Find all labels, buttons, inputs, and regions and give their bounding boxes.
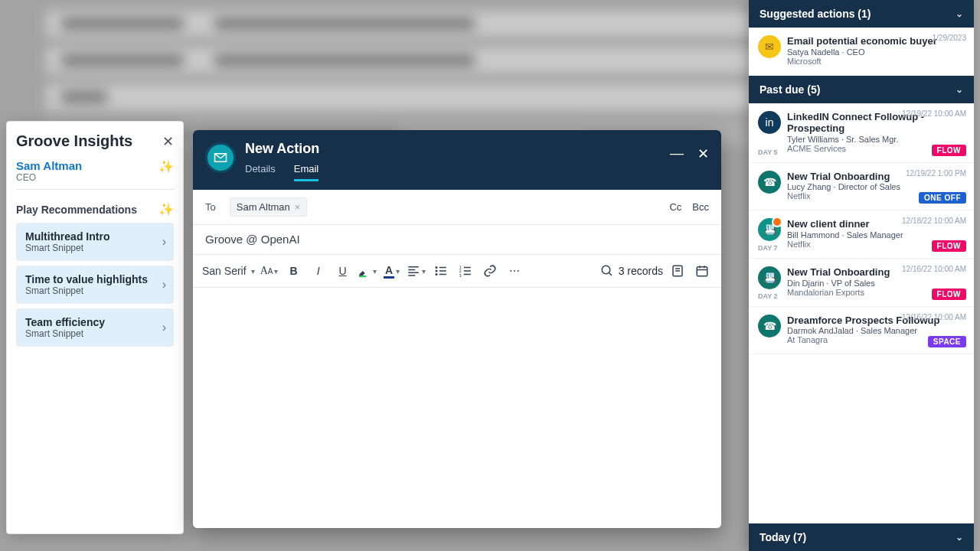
action-date: 12/19/22 1:00 PM (906, 169, 966, 178)
svg-point-3 (435, 273, 437, 276)
editor-toolbar: San Serif▾ AA▾ B I U ▾ A▾ ▾ 123 ⋯ 3 reco… (193, 255, 721, 288)
past-due-item[interactable]: ☎Dreamforce Prospects FollowupDarmok And… (749, 307, 974, 355)
subject-input[interactable] (205, 233, 709, 246)
chevron-down-icon: ▾ (274, 267, 278, 276)
to-label: To (205, 201, 216, 213)
action-company: At Tanagra (787, 335, 939, 344)
tab-email[interactable]: Email (294, 163, 319, 181)
align-left-icon (407, 264, 420, 278)
play-title: Team efficiency (25, 316, 165, 328)
font-size-button[interactable]: AA▾ (260, 261, 279, 281)
recipient-chip[interactable]: Sam Altman × (230, 197, 308, 217)
font-family-picker[interactable]: San Serif▾ (202, 261, 255, 281)
action-title: New Trial Onboarding (787, 266, 890, 279)
bullet-list-button[interactable] (431, 261, 451, 281)
action-day: DAY 5 (758, 148, 778, 156)
link-button[interactable] (480, 261, 500, 281)
bold-button[interactable]: B (284, 261, 304, 281)
more-formatting-button[interactable]: ⋯ (505, 261, 524, 281)
align-button[interactable]: ▾ (407, 261, 426, 281)
action-tag: FLOW (932, 240, 966, 252)
action-type-icon: ☎ (758, 315, 781, 337)
calendar-button[interactable] (692, 261, 712, 281)
chevron-right-icon: › (162, 235, 166, 249)
action-company: Netflix (787, 191, 900, 201)
action-person: Tyler Williams · Sr. Sales Mgr. (787, 135, 965, 144)
past-due-header[interactable]: Past due (5) ⌄ (749, 76, 974, 103)
numbered-list-button[interactable]: 123 (456, 261, 475, 281)
insights-title: Groove Insights (16, 132, 132, 150)
insights-close-button[interactable]: ✕ (162, 133, 174, 150)
past-due-item[interactable]: inLinkedIN Connect Followup - Prospectin… (749, 103, 974, 163)
text-color-button[interactable]: A▾ (382, 261, 402, 281)
mail-icon: ✉ (758, 35, 781, 58)
today-header[interactable]: Today (7) ⌄ (749, 523, 974, 551)
compose-close-button[interactable]: ✕ (697, 145, 709, 162)
action-tag: FLOW (932, 145, 966, 156)
suggested-actions-header[interactable]: Suggested actions (1) ⌄ (749, 0, 974, 28)
action-date: 12/19/22 10:00 AM (902, 109, 966, 118)
chevron-down-icon: ▾ (422, 267, 426, 276)
compose-header: New Action Details Email — ✕ (193, 130, 721, 190)
cc-button[interactable]: Cc (669, 201, 681, 213)
bcc-button[interactable]: Bcc (692, 201, 709, 213)
action-type-icon: ☎ (758, 171, 781, 194)
action-date: 12/16/22 10:00 AM (902, 265, 966, 273)
action-company: Mandalorian Exports (787, 288, 890, 297)
chevron-down-icon: ▾ (251, 267, 255, 276)
close-icon: ✕ (697, 146, 709, 161)
email-body-editor[interactable] (193, 288, 721, 528)
actions-sidebar: Suggested actions (1) ⌄ ✉ Email potentia… (749, 0, 974, 551)
mail-icon (214, 151, 227, 165)
svg-rect-9 (697, 267, 707, 276)
past-due-item[interactable]: 📇New Trial OnboardingDin Djarin · VP of … (749, 259, 974, 307)
svg-point-2 (435, 270, 437, 272)
compose-window: New Action Details Email — ✕ To Sam Altm… (193, 130, 721, 528)
chevron-down-icon: ▾ (396, 267, 400, 276)
action-company: Netflix (787, 240, 903, 249)
tab-details[interactable]: Details (245, 163, 276, 181)
subject-row (193, 225, 721, 255)
chip-remove-icon[interactable]: × (295, 201, 301, 213)
underline-button[interactable]: U (333, 261, 353, 281)
play-title: Multithread Intro (25, 230, 165, 243)
action-person: Lucy Zhang · Director of Sales (787, 182, 900, 191)
magic-wand-icon[interactable]: ✨ (158, 202, 174, 217)
action-tag: ONE OFF (919, 192, 966, 204)
svg-point-7 (602, 266, 610, 274)
play-subtitle: Smart Snippet (25, 243, 165, 253)
minimize-button[interactable]: — (670, 145, 684, 162)
italic-button[interactable]: I (309, 261, 328, 281)
insights-contact[interactable]: Sam Altman CEO ✨ (16, 159, 174, 190)
play-recommendation-item[interactable]: Team efficiencySmart Snippet› (16, 308, 174, 347)
highlighter-icon (358, 264, 371, 278)
numbered-list-icon: 123 (459, 264, 472, 278)
play-recommendation-item[interactable]: Multithread IntroSmart Snippet› (16, 223, 174, 261)
highlight-color-button[interactable]: ▾ (358, 261, 377, 281)
template-button[interactable] (668, 261, 688, 281)
magic-wand-icon[interactable]: ✨ (158, 159, 174, 183)
chevron-down-icon: ▾ (373, 267, 377, 276)
link-icon (483, 264, 497, 278)
suggested-action-item[interactable]: ✉ Email potential economic buyer Satya N… (749, 28, 974, 76)
action-type-icon: 📇 (758, 266, 781, 289)
action-date: 1/29/2023 (933, 34, 967, 42)
past-due-item[interactable]: ☎New Trial OnboardingLucy Zhang · Direct… (749, 163, 974, 211)
recipient-name: Sam Altman (237, 201, 290, 213)
svg-text:3: 3 (459, 273, 461, 278)
past-due-item[interactable]: 📇New client dinnerBill Hammond · Sales M… (749, 210, 974, 259)
play-title: Time to value highlights (25, 273, 165, 285)
minimize-icon: — (670, 145, 684, 161)
contact-name: Sam Altman (16, 159, 82, 172)
play-recommendation-item[interactable]: Time to value highlightsSmart Snippet› (16, 266, 174, 304)
records-button[interactable]: 3 records (600, 264, 663, 278)
compose-title: New Action (245, 141, 319, 157)
contact-role: CEO (16, 172, 82, 183)
chevron-down-icon: ⌄ (956, 532, 963, 543)
action-tag: SPACE (928, 336, 966, 347)
calendar-icon (695, 264, 709, 278)
action-person: Darmok AndJalad · Sales Manager (787, 326, 939, 335)
play-subtitle: Smart Snippet (25, 328, 165, 339)
action-title: New Trial Onboarding (787, 171, 900, 183)
search-icon (600, 264, 614, 278)
